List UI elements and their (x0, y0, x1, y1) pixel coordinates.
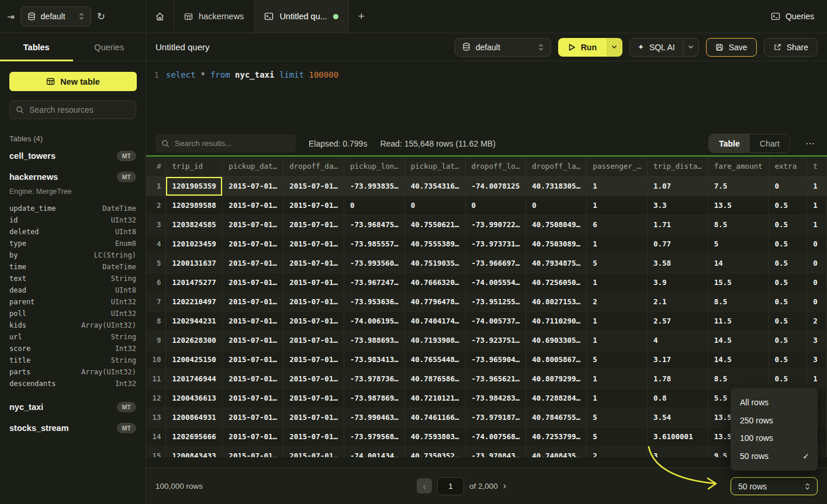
queries-button[interactable]: Queries (771, 12, 814, 21)
table-cell[interactable]: 5 (587, 350, 648, 369)
sidebar-item-nyc-taxi[interactable]: nyc_taxi MT (0, 397, 146, 418)
table-cell[interactable]: 1.71 (647, 215, 708, 234)
table-cell[interactable]: 2015-07-01… (283, 311, 344, 331)
table-cell[interactable]: 2015-07-01… (283, 446, 344, 457)
results-search-input[interactable]: Search results... (155, 134, 296, 152)
table-cell[interactable]: 0.5 (769, 311, 807, 331)
schema-row[interactable]: deletedUInt8 (9, 226, 136, 238)
table-cell[interactable]: 0.5 (769, 273, 807, 292)
table-cell[interactable]: -73.983413… (344, 350, 404, 369)
table-cell[interactable]: -73.965904… (465, 350, 526, 369)
table-cell[interactable]: 0.8 (647, 388, 708, 408)
table-cell[interactable]: 1200425150 (166, 350, 223, 369)
column-header[interactable]: dropoff_lo… (465, 157, 526, 176)
table-cell[interactable]: 3.6100001 (647, 427, 708, 446)
table-cell[interactable]: 0.5 (769, 331, 807, 350)
page-size-option[interactable]: 50 rows✓ (731, 447, 818, 465)
prev-page-button[interactable]: ‹ (417, 478, 432, 493)
table-cell[interactable]: 2015-07-01… (223, 234, 283, 253)
table-cell[interactable]: 1 (587, 273, 648, 292)
table-cell[interactable]: 2015-07-01… (223, 292, 283, 311)
table-cell[interactable]: 1200843433 (166, 446, 223, 457)
table-cell[interactable]: 2015-07-01… (223, 446, 283, 457)
table-cell[interactable]: -73.970843… (465, 446, 526, 457)
table-cell[interactable]: 1.07 (647, 176, 708, 196)
page-size-select[interactable]: 50 rows (731, 477, 818, 495)
table-cell[interactable]: 40.6903305… (526, 331, 587, 350)
table-cell[interactable]: 0.5 (769, 234, 807, 253)
table-cell[interactable]: 40.7666320… (404, 273, 465, 292)
table-cell[interactable]: 1 (587, 196, 648, 215)
sidebar-search-input[interactable]: Search resources (9, 100, 136, 119)
column-header[interactable]: trip_id (166, 157, 223, 176)
table-cell[interactable]: 1202695666 (166, 427, 223, 446)
schema-row[interactable]: urlString (9, 331, 136, 343)
refresh-icon[interactable]: ↻ (97, 12, 105, 22)
table-cell[interactable]: -73.923751… (465, 331, 526, 350)
table-cell[interactable]: -73.979187… (465, 408, 526, 427)
table-cell[interactable]: 0.5 (769, 292, 807, 311)
table-cell[interactable]: 40.7193908… (404, 331, 465, 350)
table-cell[interactable]: 2015-07-01… (223, 331, 283, 350)
table-cell[interactable]: 2015-07-01… (283, 350, 344, 369)
table-cell[interactable]: 40.8027153… (526, 292, 587, 311)
table-cell[interactable]: 2 (587, 292, 648, 311)
table-cell[interactable]: 1 (587, 369, 648, 388)
table-cell[interactable]: 1 (587, 311, 648, 331)
sql-ai-button[interactable]: ✦ SQL AI (630, 39, 683, 56)
table-cell[interactable]: 2015-07-01… (283, 215, 344, 234)
column-header[interactable]: dropoff_da… (283, 157, 344, 176)
column-header[interactable]: pickup_lon… (344, 157, 404, 176)
table-cell[interactable]: 2015-07-01… (223, 253, 283, 273)
table-cell[interactable]: 3 (647, 446, 708, 457)
more-options-icon[interactable]: ⋯ (803, 138, 818, 149)
table-cell[interactable]: 2015-07-01… (283, 273, 344, 292)
table-cell[interactable]: 2015-07-01… (223, 388, 283, 408)
toggle-table[interactable]: Table (709, 134, 750, 152)
table-cell[interactable]: 2015-07-01… (223, 350, 283, 369)
save-button[interactable]: Save (706, 38, 757, 57)
schema-row[interactable]: pollUInt32 (9, 308, 136, 319)
table-cell[interactable]: -73.990722… (465, 215, 526, 234)
table-cell[interactable]: 0 (465, 196, 526, 215)
table-cell[interactable]: 2015-07-01… (223, 176, 283, 196)
column-header[interactable]: fare_amount (708, 157, 769, 176)
table-cell[interactable]: 2015-07-01… (283, 234, 344, 253)
schema-row[interactable]: scoreInt32 (9, 343, 136, 354)
schema-row[interactable]: titleString (9, 354, 136, 366)
schema-row[interactable]: typeEnum8 (9, 238, 136, 249)
table-cell[interactable]: 2015-07-01… (283, 369, 344, 388)
table-cell[interactable]: 2 (807, 311, 827, 331)
table-cell[interactable]: 40.7796478… (404, 292, 465, 311)
table-cell[interactable]: -74.005737… (465, 311, 526, 331)
table-cell[interactable]: 2015-07-01… (223, 427, 283, 446)
table-cell[interactable]: 2015-07-01… (223, 408, 283, 427)
table-cell[interactable]: 8.5 (708, 369, 769, 388)
table-cell[interactable]: 40.7408435… (526, 446, 587, 457)
table-cell[interactable]: -73.968475… (344, 215, 404, 234)
table-cell[interactable]: 40.7253799… (526, 427, 587, 446)
table-cell[interactable]: 2015-07-01… (223, 215, 283, 234)
table-cell[interactable]: 1201905359 (166, 176, 223, 196)
table-cell[interactable]: 5 (587, 427, 648, 446)
table-cell[interactable]: 0.5 (769, 369, 807, 388)
column-header[interactable]: t (807, 157, 827, 176)
table-cell[interactable]: 2015-07-01… (283, 408, 344, 427)
sql-editor[interactable]: 1 select * from nyc_taxi limit 100000 (146, 61, 827, 131)
table-cell[interactable]: 2015-07-01… (283, 388, 344, 408)
table-cell[interactable]: 15.5 (708, 273, 769, 292)
table-cell[interactable]: -73.978736… (344, 369, 404, 388)
table-cell[interactable]: -73.979568… (344, 427, 404, 446)
table-cell[interactable]: -73.966697… (465, 253, 526, 273)
table-cell[interactable]: 1 (587, 331, 648, 350)
column-header[interactable]: pickup_lat… (404, 157, 465, 176)
table-cell[interactable]: 1 (807, 176, 827, 196)
table-cell[interactable]: 2015-07-01… (283, 196, 344, 215)
table-cell[interactable]: 2015-07-01… (283, 331, 344, 350)
table-cell[interactable]: 40.7846755… (526, 408, 587, 427)
table-cell[interactable]: 0 (807, 273, 827, 292)
page-size-option[interactable]: 100 rows (731, 429, 818, 447)
schema-row[interactable]: update_timeDateTime (9, 203, 136, 214)
table-cell[interactable]: 2015-07-01… (283, 253, 344, 273)
table-cell[interactable]: 0.77 (647, 234, 708, 253)
